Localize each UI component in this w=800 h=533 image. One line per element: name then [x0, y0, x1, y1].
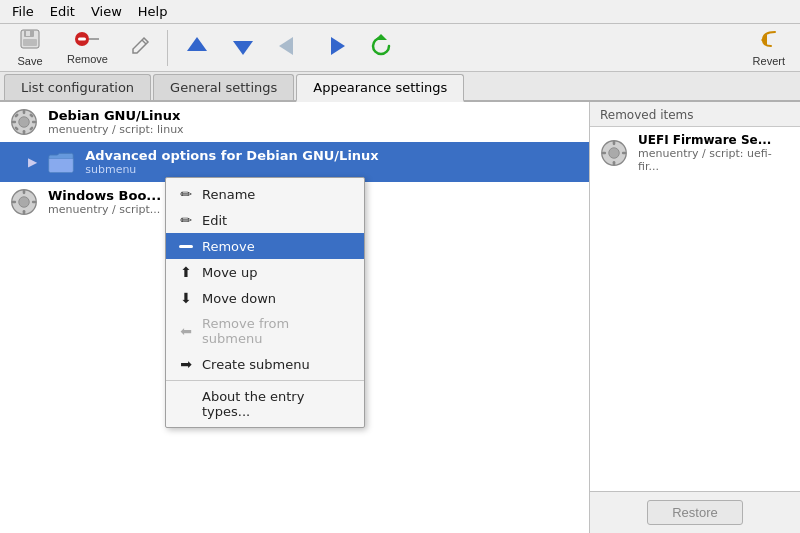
- uefi-icon: [598, 137, 630, 169]
- ctx-move-up[interactable]: ⬆ Move up: [166, 259, 364, 285]
- ctx-remove-submenu-label: Remove from submenu: [202, 316, 352, 346]
- restore-button[interactable]: Restore: [647, 500, 743, 525]
- menubar: File Edit View Help: [0, 0, 800, 24]
- ctx-move-up-label: Move up: [202, 265, 258, 280]
- left-panel: Debian GNU/Linux menuentry / script: lin…: [0, 102, 590, 533]
- menu-help[interactable]: Help: [130, 2, 176, 21]
- tab-general-settings[interactable]: General settings: [153, 74, 294, 100]
- windows-title: Windows Boo...: [48, 188, 161, 203]
- menu-file[interactable]: File: [4, 2, 42, 21]
- ctx-rename-icon: ✏: [178, 186, 194, 202]
- save-icon: [19, 28, 41, 53]
- ctx-remove-icon: [178, 238, 194, 254]
- remove-icon: [74, 30, 100, 51]
- context-menu: ✏ Rename ✏ Edit Remove ⬆ Move up: [165, 177, 365, 428]
- ctx-remove-label: Remove: [202, 239, 255, 254]
- move-up-icon: [185, 35, 209, 60]
- removed-item-uefi[interactable]: UEFI Firmware Se... menuentry / script: …: [590, 127, 800, 179]
- move-down-icon: [231, 35, 255, 60]
- refresh-button[interactable]: [360, 30, 402, 65]
- removed-items-list: UEFI Firmware Se... menuentry / script: …: [590, 127, 800, 491]
- ctx-move-down-icon: ⬇: [178, 290, 194, 306]
- windows-subtitle: menuentry / script...: [48, 203, 161, 216]
- ctx-edit-label: Edit: [202, 213, 227, 228]
- move-left-icon: [277, 35, 301, 60]
- ctx-about-icon: [178, 396, 194, 412]
- advanced-icon: [45, 146, 77, 178]
- uefi-title: UEFI Firmware Se...: [638, 133, 792, 147]
- svg-rect-34: [602, 152, 606, 155]
- ctx-move-down-label: Move down: [202, 291, 276, 306]
- ctx-create-submenu-label: Create submenu: [202, 357, 310, 372]
- edit-icon: [130, 36, 150, 59]
- svg-rect-5: [78, 38, 86, 41]
- toolbar-separator-1: [167, 30, 168, 66]
- advanced-text: Advanced options for Debian GNU/Linux su…: [85, 148, 379, 176]
- revert-button[interactable]: Revert: [744, 24, 794, 71]
- menu-edit[interactable]: Edit: [42, 2, 83, 21]
- removed-items-title: Removed items: [590, 102, 800, 127]
- move-right-button[interactable]: [314, 31, 356, 64]
- windows-text: Windows Boo... menuentry / script...: [48, 188, 161, 216]
- right-panel: Removed items UEFI Firmware Se... menuen…: [590, 102, 800, 533]
- save-label: Save: [17, 55, 42, 67]
- ctx-remove-from-submenu: ⬅ Remove from submenu: [166, 311, 364, 351]
- debian-title: Debian GNU/Linux: [48, 108, 184, 123]
- ctx-remove-submenu-icon: ⬅: [178, 323, 194, 339]
- ctx-create-submenu[interactable]: ➡ Create submenu: [166, 351, 364, 377]
- move-left-button[interactable]: [268, 31, 310, 64]
- svg-rect-35: [622, 152, 626, 155]
- ctx-separator: [166, 380, 364, 381]
- ctx-rename-label: Rename: [202, 187, 255, 202]
- svg-rect-19: [32, 121, 36, 124]
- svg-rect-17: [23, 130, 26, 134]
- svg-rect-26: [23, 190, 26, 194]
- svg-rect-18: [12, 121, 16, 124]
- ctx-move-up-icon: ⬆: [178, 264, 194, 280]
- tab-appearance-settings[interactable]: Appearance settings: [296, 74, 464, 102]
- list-item-advanced[interactable]: ▶ Advanced options for Debian GNU/Linux …: [0, 142, 589, 182]
- windows-icon: [8, 186, 40, 218]
- svg-rect-3: [23, 39, 37, 46]
- tab-list-configuration[interactable]: List configuration: [4, 74, 151, 100]
- remove-label: Remove: [67, 53, 108, 65]
- refresh-icon: [369, 34, 393, 61]
- svg-marker-8: [187, 37, 207, 51]
- save-button[interactable]: Save: [6, 24, 54, 71]
- revert-icon: [757, 28, 781, 53]
- svg-rect-2: [26, 31, 30, 36]
- svg-marker-9: [233, 41, 253, 55]
- svg-point-31: [609, 148, 620, 159]
- arrow-icon: ▶: [28, 155, 37, 169]
- uefi-subtitle: menuentry / script: uefi-fir...: [638, 147, 792, 173]
- svg-marker-10: [279, 37, 293, 55]
- svg-marker-12: [375, 34, 387, 40]
- svg-rect-28: [12, 201, 16, 204]
- remove-button[interactable]: Remove: [58, 26, 117, 69]
- list-item-debian[interactable]: Debian GNU/Linux menuentry / script: lin…: [0, 102, 589, 142]
- toolbar: Save Remove: [0, 24, 800, 72]
- ctx-remove[interactable]: Remove: [166, 233, 364, 259]
- ctx-create-submenu-icon: ➡: [178, 356, 194, 372]
- advanced-title: Advanced options for Debian GNU/Linux: [85, 148, 379, 163]
- uefi-text: UEFI Firmware Se... menuentry / script: …: [638, 133, 792, 173]
- debian-subtitle: menuentry / script: linux: [48, 123, 184, 136]
- ctx-about-entry-types[interactable]: About the entry types...: [166, 384, 364, 424]
- svg-rect-29: [32, 201, 36, 204]
- edit-button[interactable]: [121, 32, 159, 63]
- svg-point-15: [19, 117, 30, 128]
- svg-line-7: [142, 40, 146, 44]
- move-down-button[interactable]: [222, 31, 264, 64]
- main-content: Debian GNU/Linux menuentry / script: lin…: [0, 102, 800, 533]
- ctx-rename[interactable]: ✏ Rename: [166, 181, 364, 207]
- revert-label: Revert: [753, 55, 785, 67]
- move-up-button[interactable]: [176, 31, 218, 64]
- ctx-move-down[interactable]: ⬇ Move down: [166, 285, 364, 311]
- ctx-edit[interactable]: ✏ Edit: [166, 207, 364, 233]
- ctx-about-label: About the entry types...: [202, 389, 352, 419]
- debian-icon: [8, 106, 40, 138]
- debian-text: Debian GNU/Linux menuentry / script: lin…: [48, 108, 184, 136]
- menu-view[interactable]: View: [83, 2, 130, 21]
- restore-bar: Restore: [590, 491, 800, 533]
- svg-point-25: [19, 197, 30, 208]
